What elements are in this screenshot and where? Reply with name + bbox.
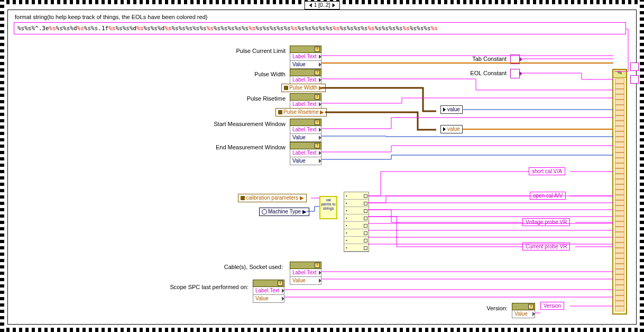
open-cal-box[interactable]: open cal A/V bbox=[530, 192, 566, 200]
voltage-vr-box[interactable]: Voltage probe VR bbox=[522, 218, 570, 226]
triangle-icon bbox=[443, 107, 446, 112]
link-icon: ? bbox=[315, 120, 320, 125]
format-string-caption: format string(to help keep track of thin… bbox=[15, 14, 207, 20]
prop-labeltext: Label.Text bbox=[290, 269, 321, 277]
house-icon bbox=[284, 86, 288, 90]
link-icon: ? bbox=[315, 263, 320, 268]
current-vr-box[interactable]: Current probe VR bbox=[522, 243, 570, 250]
case-prev-icon[interactable] bbox=[309, 3, 312, 7]
format-into-string-node[interactable]: % bbox=[612, 69, 627, 315]
pulse-current-limit-caption: Pulse Current Limit bbox=[185, 48, 286, 54]
output-tunnel-icon bbox=[630, 75, 639, 84]
pulse-risetime-node[interactable]: ? Label.Text bbox=[290, 93, 321, 109]
house-icon bbox=[278, 110, 282, 114]
end-meas-caption: End Measurement Window bbox=[159, 144, 286, 150]
value-node-orange[interactable]: value bbox=[440, 125, 463, 133]
start-meas-caption: Start Measurement Window bbox=[159, 121, 286, 127]
prop-labeltext: Label.Text bbox=[290, 126, 321, 134]
pulse-width-caption: Pulse Width bbox=[185, 71, 286, 77]
prop-labeltext: Label.Text bbox=[290, 53, 321, 61]
film-border-left bbox=[0, 0, 4, 332]
prop-value: Value bbox=[512, 310, 535, 318]
machine-type-local[interactable]: Machine Type ▶ bbox=[259, 208, 309, 216]
link-icon: ? bbox=[315, 70, 320, 75]
link-icon: ? bbox=[315, 143, 320, 148]
link-icon: ? bbox=[278, 281, 283, 286]
film-border-bottom bbox=[0, 328, 644, 332]
pulse-current-limit-node[interactable]: ? Label.Text Value bbox=[290, 46, 321, 69]
prop-value: Value bbox=[290, 157, 321, 165]
link-icon: ? bbox=[315, 47, 320, 52]
prop-labeltext: Label.Text bbox=[253, 287, 284, 295]
prop-value: Value bbox=[290, 61, 321, 69]
cables-caption: Cable(s), Socket used: bbox=[174, 264, 283, 270]
format-string-constant[interactable]: %s%s%^.3e%s%s%s%d%s%s%s.1f%s%s%s%d%s%s%s… bbox=[14, 22, 626, 34]
unbundle-node[interactable]: •••••••• bbox=[344, 192, 369, 252]
version-box[interactable]: Version bbox=[540, 302, 564, 310]
prop-labeltext: Label.Text bbox=[290, 76, 321, 84]
version-caption: Version: bbox=[465, 305, 508, 311]
prop-labeltext: Label.Text bbox=[290, 101, 321, 109]
tab-constant-label: Tab Constant bbox=[439, 56, 507, 62]
calibration-parameters-local[interactable]: calibration parameters ▶ bbox=[238, 194, 307, 202]
house-icon bbox=[241, 196, 245, 200]
format-node-header: % bbox=[613, 70, 626, 78]
globe-icon bbox=[262, 209, 267, 214]
pulse-risetime-caption: Pulse Risetime bbox=[185, 95, 286, 102]
short-cal-box[interactable]: short cal V/A bbox=[529, 167, 565, 175]
eol-constant-label: EOL Constant bbox=[439, 70, 507, 76]
prop-value: Value bbox=[253, 295, 284, 303]
pulse-width-node[interactable]: ? Label.Text bbox=[290, 69, 321, 84]
triangle-icon bbox=[443, 127, 446, 131]
pulse-risetime-local[interactable]: Pulse Risetime ▶ bbox=[275, 108, 327, 116]
cables-node[interactable]: ? Label.Text Value bbox=[290, 262, 321, 285]
prop-value: Value bbox=[290, 134, 321, 142]
scope-spc-caption: Scope SPC last performed on: bbox=[137, 284, 249, 290]
case-selector[interactable]: 1 [0..2] bbox=[305, 1, 340, 10]
case-next-icon[interactable] bbox=[332, 3, 335, 7]
link-icon: ? bbox=[528, 304, 533, 309]
scope-spc-node[interactable]: ? Label.Text Value bbox=[253, 280, 284, 303]
tab-constant[interactable] bbox=[510, 55, 520, 64]
prop-labeltext: Label.Text bbox=[290, 149, 321, 157]
prop-value: Value bbox=[290, 277, 321, 285]
case-selector-label: 1 [0..2] bbox=[314, 2, 330, 9]
value-node-blue[interactable]: value bbox=[440, 105, 463, 114]
output-tunnel-icon bbox=[630, 62, 639, 71]
film-border-right bbox=[640, 0, 644, 332]
pulse-width-local[interactable]: Pulse Width ▶ bbox=[281, 84, 326, 92]
cal-parms-subvi[interactable]: cal parms to strings bbox=[319, 196, 337, 219]
link-icon: ? bbox=[315, 94, 320, 100]
start-meas-node[interactable]: ? Label.Text Value bbox=[290, 119, 321, 142]
end-meas-node[interactable]: ? Label.Text Value bbox=[290, 142, 321, 165]
eol-constant[interactable] bbox=[510, 69, 520, 78]
version-node[interactable]: ? Value bbox=[512, 303, 535, 318]
